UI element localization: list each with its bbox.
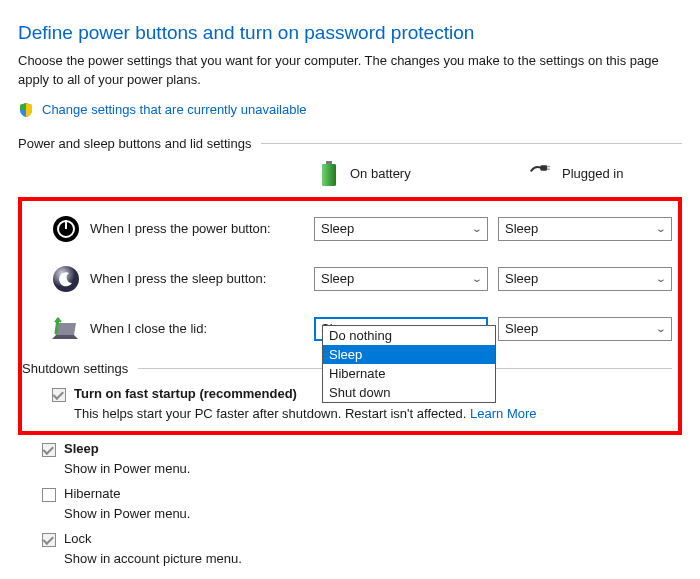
- svg-rect-0: [326, 161, 332, 164]
- hibernate-label: Hibernate: [64, 486, 120, 501]
- column-plugged-in: Plugged in: [530, 161, 682, 187]
- lid-label: When I close the lid:: [90, 321, 304, 336]
- lid-battery-dropdown[interactable]: Do nothing Sleep Hibernate Shut down: [322, 325, 496, 403]
- sleep-button-icon: [52, 265, 80, 293]
- svg-rect-4: [547, 166, 550, 167]
- sleep-button-battery-select[interactable]: Sleep⌄: [314, 267, 488, 291]
- dropdown-option-do-nothing[interactable]: Do nothing: [323, 326, 495, 345]
- highlighted-region: When I press the power button: Sleep⌄ Sl…: [18, 197, 682, 435]
- fast-startup-desc: This helps start your PC faster after sh…: [28, 406, 672, 421]
- power-button-icon: [52, 215, 80, 243]
- dropdown-option-hibernate[interactable]: Hibernate: [323, 364, 495, 383]
- fast-startup-label: Turn on fast startup (recommended): [74, 386, 297, 401]
- svg-rect-3: [540, 165, 547, 171]
- sleep-checkbox[interactable]: [42, 443, 56, 457]
- hibernate-desc: Show in Power menu.: [18, 506, 682, 521]
- plug-icon: [530, 161, 552, 187]
- chevron-down-icon: ⌄: [655, 273, 666, 284]
- chevron-down-icon: ⌄: [655, 323, 666, 334]
- sleep-label: Sleep: [64, 441, 99, 456]
- svg-rect-2: [322, 164, 336, 186]
- lock-checkbox[interactable]: [42, 533, 56, 547]
- battery-icon: [318, 161, 340, 187]
- lid-icon: [52, 315, 80, 343]
- column-on-battery: On battery: [318, 161, 470, 187]
- power-button-label: When I press the power button:: [90, 221, 304, 236]
- dropdown-option-shut-down[interactable]: Shut down: [323, 383, 495, 402]
- lid-plugged-select[interactable]: Sleep⌄: [498, 317, 672, 341]
- hibernate-checkbox[interactable]: [42, 488, 56, 502]
- page-title: Define power buttons and turn on passwor…: [18, 22, 682, 44]
- lock-desc: Show in account picture menu.: [18, 551, 682, 566]
- shield-icon: [18, 102, 34, 118]
- fast-startup-checkbox[interactable]: [52, 388, 66, 402]
- chevron-down-icon: ⌄: [655, 223, 666, 234]
- sleep-button-plugged-select[interactable]: Sleep⌄: [498, 267, 672, 291]
- sleep-button-label: When I press the sleep button:: [90, 271, 304, 286]
- learn-more-link[interactable]: Learn More: [470, 406, 536, 421]
- svg-rect-5: [547, 168, 550, 169]
- chevron-down-icon: ⌄: [471, 273, 482, 284]
- power-button-battery-select[interactable]: Sleep⌄: [314, 217, 488, 241]
- sleep-desc: Show in Power menu.: [18, 461, 682, 476]
- change-settings-link[interactable]: Change settings that are currently unava…: [42, 102, 307, 117]
- chevron-down-icon: ⌄: [471, 223, 482, 234]
- page-subtitle: Choose the power settings that you want …: [18, 52, 682, 90]
- lock-label: Lock: [64, 531, 91, 546]
- dropdown-option-sleep[interactable]: Sleep: [323, 345, 495, 364]
- power-button-plugged-select[interactable]: Sleep⌄: [498, 217, 672, 241]
- section-power-sleep-heading: Power and sleep buttons and lid settings: [18, 136, 682, 151]
